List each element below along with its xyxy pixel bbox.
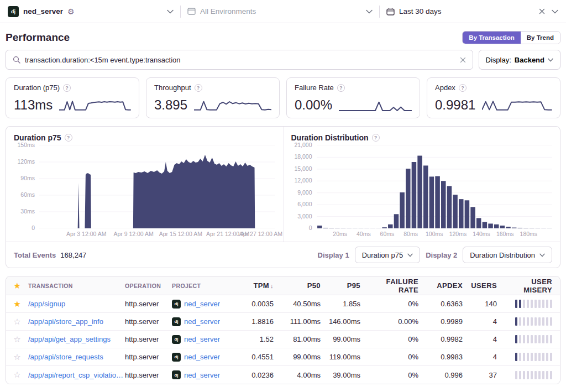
help-icon[interactable]: ? <box>459 84 467 92</box>
date-range-selector[interactable]: Last 30 days <box>386 7 558 15</box>
project-link[interactable]: ned_server <box>184 300 220 308</box>
transaction-link[interactable]: /app/api/store_requests <box>28 353 125 361</box>
topbar-divider <box>180 6 181 18</box>
metric-sparkline <box>339 93 412 113</box>
project-logo: dj <box>172 370 181 379</box>
project-link[interactable]: ned_server <box>184 317 220 326</box>
chart-title: Duration p75 <box>14 133 61 142</box>
project-link[interactable]: ned_server <box>184 371 220 379</box>
col-failure-rate[interactable]: Failure Rate <box>368 278 426 294</box>
p95-value: 1.85s <box>328 300 368 308</box>
col-p95[interactable]: P95 <box>328 281 368 290</box>
date-range-label: Last 30 days <box>399 7 442 15</box>
operation-value: http.server <box>125 371 172 379</box>
metric-card-value: 3.895 <box>154 97 187 113</box>
p95-value: 146.00ms <box>328 317 368 326</box>
help-icon[interactable]: ? <box>65 134 72 142</box>
transaction-link[interactable]: /app/api/store_app_info <box>28 317 125 326</box>
clear-date-icon[interactable] <box>539 8 545 14</box>
x-axis-labels: 20ms40ms60ms80ms100ms120ms140ms160ms180m… <box>317 228 553 239</box>
y-axis-labels: 21,00018,00015,00012,0009,0006,0003,0000 <box>291 145 317 228</box>
operation-value: http.server <box>125 335 172 343</box>
help-icon[interactable]: ? <box>372 134 380 142</box>
project-link[interactable]: ned_server <box>184 335 220 343</box>
project-selector[interactable]: dj ned_server ⚙ <box>8 6 174 17</box>
apdex-value: 0.996 <box>426 371 470 379</box>
display2-dropdown[interactable]: Duration Distribution <box>463 247 552 263</box>
metric-card-title: Duration (p75) <box>14 83 60 92</box>
help-icon[interactable]: ? <box>337 84 345 92</box>
search-row: transaction.duration:<15m event.type:tra… <box>6 50 560 70</box>
total-events-label: Total Events <box>14 251 56 259</box>
clear-search-icon[interactable] <box>460 57 466 63</box>
total-events-value: 168,247 <box>60 251 86 259</box>
table-row: ★/app/signuphttp.serverdjned_server0.003… <box>6 295 560 313</box>
by-transaction-button[interactable]: By Transaction <box>463 32 520 44</box>
transaction-link[interactable]: /app/api/report_csp_violation/f26Qe3… <box>28 371 125 379</box>
date-chevron-down-icon[interactable] <box>552 9 558 14</box>
failure-rate-value: 0% <box>368 371 426 379</box>
project-link[interactable]: ned_server <box>184 353 220 361</box>
col-transaction[interactable]: Transaction <box>28 283 125 289</box>
search-icon <box>13 56 20 64</box>
col-p50[interactable]: P50 <box>281 281 328 290</box>
project-logo: dj <box>172 317 181 326</box>
unfavorite-star-icon[interactable]: ☆ <box>6 370 28 380</box>
display1-dropdown[interactable]: Duration p75 <box>355 247 420 263</box>
operation-value: http.server <box>125 353 172 361</box>
project-settings-gear-icon[interactable]: ⚙ <box>67 8 75 15</box>
table-header: ★ Transaction Operation Project TPM↓ P50… <box>6 276 560 295</box>
p50-value: 99.00ms <box>281 353 328 361</box>
project-cell: djned_server <box>172 353 237 362</box>
environment-selector[interactable]: All Environments <box>187 7 373 15</box>
failure-rate-value: 0.00% <box>368 317 426 326</box>
table-row: ☆/app/api/store_app_infohttp.serverdjned… <box>6 313 560 331</box>
project-chevron-down-icon[interactable] <box>167 9 174 14</box>
search-input[interactable]: transaction.duration:<15m event.type:tra… <box>6 50 473 70</box>
transactions-table: ★ Transaction Operation Project TPM↓ P50… <box>6 276 560 384</box>
help-icon[interactable]: ? <box>63 84 71 92</box>
unfavorite-star-icon[interactable]: ☆ <box>6 352 28 362</box>
metric-card-value: 113ms <box>14 97 53 113</box>
page-header: Performance By Transaction By Trend <box>6 31 560 44</box>
display-dropdown[interactable]: Display: Backend <box>479 50 560 70</box>
col-project[interactable]: Project <box>172 283 237 289</box>
display-value: Backend <box>515 56 544 64</box>
users-value: 140 <box>470 300 505 308</box>
display2-value: Duration Distribution <box>470 251 535 259</box>
favorites-column-star-icon[interactable]: ★ <box>6 281 28 291</box>
sort-desc-icon: ↓ <box>270 283 274 289</box>
unfavorite-star-icon[interactable]: ☆ <box>6 317 28 327</box>
p50-value: 4.00ms <box>281 371 328 379</box>
failure-rate-value: 0% <box>368 300 426 308</box>
x-axis-labels: Apr 3 12:00 AMApr 9 12:00 AMApr 15 12:00… <box>39 228 275 239</box>
p50-value: 81.00ms <box>281 335 328 343</box>
display1-value: Duration p75 <box>362 251 403 259</box>
col-users[interactable]: Users <box>470 281 505 290</box>
charts-panel-footer: Total Events 168,247 Display 1 Duration … <box>6 242 560 268</box>
transaction-link[interactable]: /app/signup <box>28 300 125 308</box>
project-logo: dj <box>8 6 19 17</box>
unfavorite-star-icon[interactable]: ☆ <box>6 334 28 344</box>
p50-value: 40.50ms <box>281 300 328 308</box>
environment-icon <box>187 8 196 15</box>
charts-panel: Duration p75?150ms120ms90ms60ms30ms0Apr … <box>6 126 560 268</box>
col-tpm[interactable]: TPM↓ <box>237 281 281 290</box>
col-apdex[interactable]: Apdex <box>426 281 470 290</box>
user-misery-bars <box>505 371 560 379</box>
metric-cards: Duration (p75)?113msThroughput?3.895Fail… <box>6 77 560 118</box>
project-cell: djned_server <box>172 335 237 344</box>
help-icon[interactable]: ? <box>195 84 202 92</box>
by-trend-button[interactable]: By Trend <box>521 32 560 44</box>
metric-card-value: 0.00% <box>295 97 332 113</box>
col-operation[interactable]: Operation <box>125 283 172 289</box>
view-toggle: By Transaction By Trend <box>462 31 560 44</box>
environment-chevron-down-icon[interactable] <box>366 9 373 14</box>
chart-title: Duration Distribution <box>291 133 369 142</box>
favorite-star-icon[interactable]: ★ <box>6 299 28 309</box>
transaction-link[interactable]: /app/api/get_app_settings <box>28 335 125 343</box>
users-value: 4 <box>470 335 505 343</box>
metric-sparkline <box>194 93 271 113</box>
search-query: transaction.duration:<15m event.type:tra… <box>25 56 455 64</box>
col-user-misery[interactable]: User Misery <box>505 278 560 294</box>
